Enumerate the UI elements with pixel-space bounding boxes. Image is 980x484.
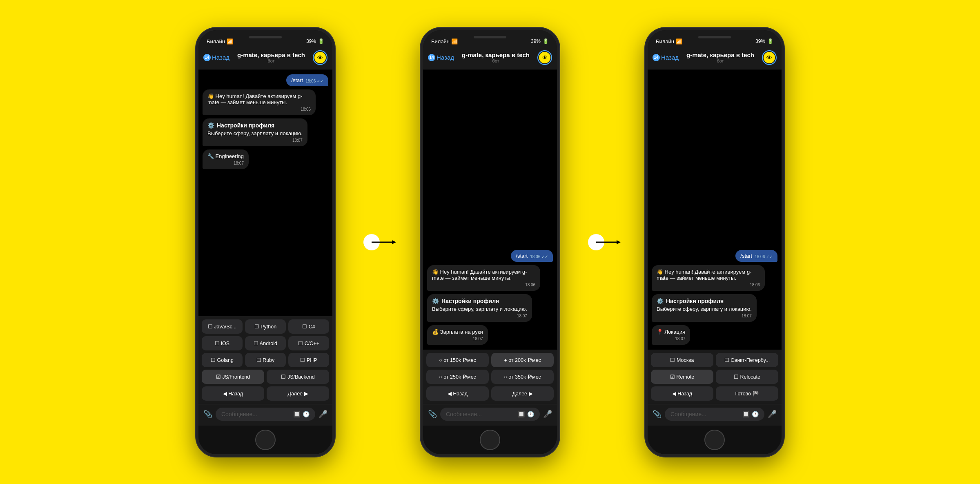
back-badge: 14 xyxy=(203,54,211,61)
kb-back[interactable]: ◀ Назад xyxy=(202,386,264,401)
kb-row-2: ☐ iOS ☐ Android ☐ C/C++ xyxy=(202,336,329,350)
msg-location: 📍 Локация 18:07 xyxy=(652,325,690,345)
svg-marker-2 xyxy=(392,240,396,244)
chat-body-1: /start 18:06 ✓✓ 👋 Hey human! Давайте акт… xyxy=(198,69,332,316)
kb-row-5: ◀ Назад Далее ▶ xyxy=(202,386,329,401)
kb-done[interactable]: Готово 🏁 xyxy=(716,386,778,401)
home-bar-2 xyxy=(423,426,557,454)
kb-jsbackend[interactable]: ☐ JS/Backend xyxy=(267,370,329,384)
message-input[interactable]: Сообщение... 🔲 🕐 xyxy=(216,408,315,421)
msg-greeting-2: 👋 Hey human! Давайте активируем g-mate —… xyxy=(427,265,540,291)
arrow-icon-2 xyxy=(584,232,621,252)
home-button-2[interactable] xyxy=(480,430,500,450)
kb-150k[interactable]: ○ от 150k ₽/мес xyxy=(426,353,489,367)
msg-settings: ⚙️Настройки профиля Выберите сферу, зарп… xyxy=(203,118,307,146)
kb-back-2[interactable]: ◀ Назад xyxy=(426,386,489,401)
keyboard-1: ☐ Java/Sc... ☐ Python ☐ C# ☐ iOS ☐ Andro… xyxy=(198,316,332,404)
kb-350k[interactable]: ○ от 350k ₽/мес xyxy=(491,370,554,384)
sticker-icon-3: 🔲 xyxy=(742,411,749,417)
status-battery: 39% 🔋 xyxy=(306,38,324,44)
phone-3: Билайн 📶 39% 🔋 14 Назад g-mate, карьера … xyxy=(645,28,784,457)
kb-250k[interactable]: ○ от 250k ₽/мес xyxy=(426,370,489,384)
mic-icon-2[interactable]: 🎤 xyxy=(543,410,552,419)
status-carrier: Билайн 📶 xyxy=(207,38,233,45)
mic-icon[interactable]: 🎤 xyxy=(318,410,327,419)
mic-icon-3[interactable]: 🎤 xyxy=(768,410,777,419)
kb-spb[interactable]: ☐ Санкт-Петербу... xyxy=(716,353,778,367)
input-bar-1: 📎 Сообщение... 🔲 🕐 🎤 xyxy=(198,404,332,426)
keyboard-2: ○ от 150k ₽/мес ● от 200k ₽/мес ○ от 250… xyxy=(423,350,557,404)
input-bar-3: 📎 Сообщение... 🔲 🕐 🎤 xyxy=(648,404,782,426)
kb-row-3: ☐ Golang ☐ Ruby ☐ PHP xyxy=(202,353,329,367)
msg-salary: 💰 Зарплата на руки 18:07 xyxy=(427,325,488,345)
kb-java[interactable]: ☐ Java/Sc... xyxy=(202,319,243,334)
attach-icon-3[interactable]: 📎 xyxy=(653,410,662,419)
svg-marker-5 xyxy=(617,240,621,244)
kb-php[interactable]: ☐ PHP xyxy=(288,353,329,367)
kb-golang[interactable]: ☐ Golang xyxy=(202,353,243,367)
msg-greeting: 👋 Hey human! Давайте активируем g-mate —… xyxy=(203,89,316,115)
back-button-2[interactable]: 14 Назад xyxy=(428,54,454,61)
kb-200k[interactable]: ● от 200k ₽/мес xyxy=(491,353,554,367)
kb-relocate[interactable]: ☐ Relocate xyxy=(716,370,778,384)
msg-start-3: /start 18:06 ✓✓ xyxy=(735,250,777,262)
msg-engineering: 🔧 Engineering 18:07 xyxy=(203,149,249,169)
msg-greeting-3: 👋 Hey human! Давайте активируем g-mate —… xyxy=(652,265,765,291)
kb-jsfrontend[interactable]: ☑ JS/Frontend xyxy=(202,370,264,384)
chat-avatar: 👁 xyxy=(313,50,327,65)
status-bar-3: Билайн 📶 39% 🔋 xyxy=(648,30,782,47)
arrow-icon-1 xyxy=(359,232,396,252)
kb-csharp[interactable]: ☐ C# xyxy=(288,319,329,334)
chat-title-block: g-mate, карьера в tech бот xyxy=(234,51,309,63)
phone-2: Билайн 📶 39% 🔋 14 Назад g-mate, карьера … xyxy=(421,28,559,457)
message-input-3[interactable]: Сообщение... 🔲 🕐 xyxy=(665,408,764,421)
home-bar-3 xyxy=(648,426,782,454)
kb-cpp[interactable]: ☐ C/C++ xyxy=(288,336,329,350)
msg-settings-2: ⚙️Настройки профиля Выберите сферу, зарп… xyxy=(427,294,532,322)
home-bar-1 xyxy=(198,426,332,454)
clock-icon-3: 🕐 xyxy=(752,411,759,417)
kb-ios[interactable]: ☐ iOS xyxy=(202,336,243,350)
back-button[interactable]: 14 Назад xyxy=(203,54,229,61)
chat-body-3: /start 18:06 ✓✓ 👋 Hey human! Давайте акт… xyxy=(648,69,782,350)
kb-ruby[interactable]: ☐ Ruby xyxy=(245,353,286,367)
status-bar-2: Билайн 📶 39% 🔋 xyxy=(423,30,557,47)
kb-android[interactable]: ☐ Android xyxy=(245,336,286,350)
kb-back-3[interactable]: ◀ Назад xyxy=(651,386,713,401)
msg-settings-3: ⚙️Настройки профиля Выберите сферу, зарп… xyxy=(652,294,757,322)
sticker-icon: 🔲 xyxy=(293,411,300,417)
status-bar-1: Билайн 📶 39% 🔋 xyxy=(198,30,332,47)
kb-row-4: ☑ JS/Frontend ☐ JS/Backend xyxy=(202,370,329,384)
chat-header-3: 14 Назад g-mate, карьера в tech бот 👁 xyxy=(648,47,782,69)
kb-row-1: ☐ Java/Sc... ☐ Python ☐ C# xyxy=(202,319,329,334)
kb-next-2[interactable]: Далее ▶ xyxy=(491,386,554,401)
clock-icon: 🕐 xyxy=(303,411,310,417)
sticker-icon-2: 🔲 xyxy=(518,411,525,417)
home-button[interactable] xyxy=(255,430,276,450)
msg-start: /start 18:06 ✓✓ xyxy=(286,74,328,86)
kb-next[interactable]: Далее ▶ xyxy=(267,386,329,401)
chat-header-2: 14 Назад g-mate, карьера в tech бот 👁 xyxy=(423,47,557,69)
chat-body-2: /start 18:06 ✓✓ 👋 Hey human! Давайте акт… xyxy=(423,69,557,350)
kb-moscow[interactable]: ☐ Москва xyxy=(651,353,713,367)
home-button-3[interactable] xyxy=(704,430,725,450)
clock-icon-2: 🕐 xyxy=(527,411,534,417)
attach-icon-2[interactable]: 📎 xyxy=(428,410,437,419)
phone-1: Билайн 📶 39% 🔋 14 Назад g-mate, карьера … xyxy=(196,28,335,457)
chat-header-1: 14 Назад g-mate, карьера в tech бот 👁 xyxy=(198,47,332,69)
input-bar-2: 📎 Сообщение... 🔲 🕐 🎤 xyxy=(423,404,557,426)
keyboard-3: ☐ Москва ☐ Санкт-Петербу... ☑ Remote ☐ R… xyxy=(648,350,782,404)
back-button-3[interactable]: 14 Назад xyxy=(653,54,679,61)
arrow-2 xyxy=(584,232,621,252)
message-input-2[interactable]: Сообщение... 🔲 🕐 xyxy=(440,408,540,421)
msg-start-2: /start 18:06 ✓✓ xyxy=(511,250,553,262)
kb-remote[interactable]: ☑ Remote xyxy=(651,370,713,384)
arrow-1 xyxy=(359,232,396,252)
attach-icon[interactable]: 📎 xyxy=(203,410,212,419)
kb-python[interactable]: ☐ Python xyxy=(245,319,286,334)
